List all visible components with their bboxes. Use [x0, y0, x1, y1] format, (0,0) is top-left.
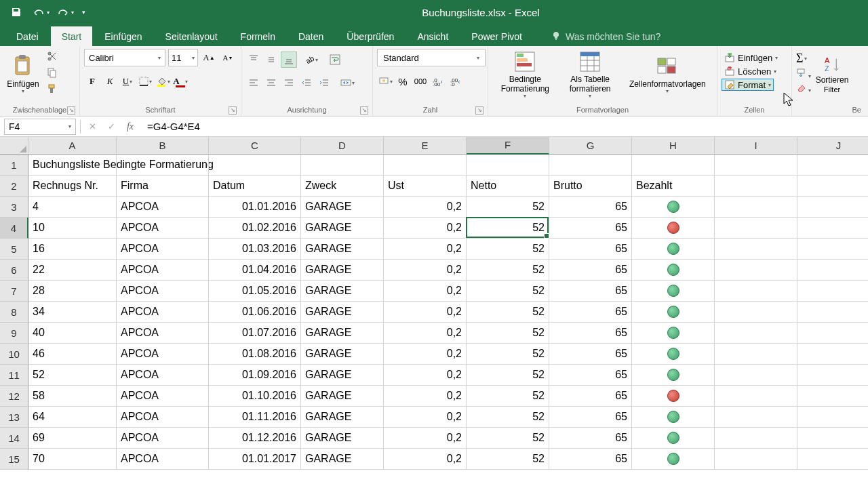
header-cell[interactable]: Firma: [117, 176, 209, 197]
col-header-A[interactable]: A: [28, 137, 117, 155]
cell[interactable]: 01.10.2016: [209, 386, 301, 407]
align-bottom-button[interactable]: [281, 52, 297, 68]
cell[interactable]: 34: [28, 302, 117, 323]
cell[interactable]: 22: [28, 260, 117, 281]
cancel-formula-button[interactable]: ✕: [85, 119, 100, 134]
cell[interactable]: 0,2: [384, 323, 467, 344]
cell[interactable]: GARAGE: [301, 281, 384, 302]
cell[interactable]: [797, 197, 868, 218]
cell[interactable]: [467, 155, 549, 176]
row-header[interactable]: 14: [0, 428, 28, 449]
cell[interactable]: 65: [549, 365, 632, 386]
header-cell[interactable]: Ust: [384, 176, 467, 197]
col-header-H[interactable]: H: [632, 137, 715, 155]
column-headers[interactable]: ABCDEFGHIJ: [28, 137, 868, 155]
cell[interactable]: [301, 155, 384, 176]
cell[interactable]: APCOA: [117, 302, 209, 323]
cell[interactable]: 52: [467, 386, 549, 407]
cell[interactable]: 65: [549, 302, 632, 323]
col-header-F[interactable]: F: [467, 137, 549, 155]
cell[interactable]: APCOA: [117, 344, 209, 365]
cell[interactable]: GARAGE: [301, 197, 384, 218]
cell[interactable]: 52: [467, 407, 549, 428]
row-header[interactable]: 5: [0, 239, 28, 260]
cell[interactable]: [384, 155, 467, 176]
increase-font-button[interactable]: A▲: [201, 49, 217, 66]
cell[interactable]: Buchungsliste Bedingte Formatierung: [28, 155, 117, 176]
cell[interactable]: GARAGE: [301, 428, 384, 449]
cell[interactable]: 0,2: [384, 218, 467, 239]
cell[interactable]: GARAGE: [301, 449, 384, 470]
dialog-launcher-icon[interactable]: ↘: [360, 106, 368, 115]
tab-powerpivot[interactable]: Power Pivot: [460, 26, 533, 46]
cell[interactable]: [715, 260, 797, 281]
cell[interactable]: 0,2: [384, 302, 467, 323]
cell[interactable]: 0,2: [384, 407, 467, 428]
row-header[interactable]: 12: [0, 386, 28, 407]
tab-ansicht[interactable]: Ansicht: [406, 26, 459, 46]
cell[interactable]: [632, 260, 715, 281]
cell[interactable]: 0,2: [384, 449, 467, 470]
tab-ueberpruefen[interactable]: Überprüfen: [336, 26, 405, 46]
cell[interactable]: APCOA: [117, 197, 209, 218]
cell[interactable]: 0,2: [384, 428, 467, 449]
cell[interactable]: [797, 323, 868, 344]
col-header-D[interactable]: D: [301, 137, 384, 155]
header-cell[interactable]: Zweck: [301, 176, 384, 197]
copy-button[interactable]: [45, 65, 60, 80]
col-header-J[interactable]: J: [797, 137, 868, 155]
cell[interactable]: 65: [549, 428, 632, 449]
decrease-indent-button[interactable]: [298, 75, 315, 91]
cell[interactable]: [632, 155, 715, 176]
row-header[interactable]: 1: [0, 155, 28, 176]
fill-color-button[interactable]: ▾: [155, 73, 171, 89]
row-header[interactable]: 13: [0, 407, 28, 428]
align-middle-button[interactable]: [263, 52, 279, 68]
header-cell[interactable]: [715, 176, 797, 197]
header-cell[interactable]: Bezahlt: [632, 176, 715, 197]
row-header[interactable]: 2: [0, 176, 28, 197]
format-painter-button[interactable]: [45, 81, 60, 96]
decrease-font-button[interactable]: A▼: [220, 49, 236, 66]
formula-input[interactable]: =G4-G4*E4: [142, 119, 868, 134]
cell[interactable]: [797, 449, 868, 470]
cell[interactable]: [632, 386, 715, 407]
cell[interactable]: 65: [549, 260, 632, 281]
cell[interactable]: 70: [28, 449, 117, 470]
row-header[interactable]: 6: [0, 260, 28, 281]
row-header[interactable]: 11: [0, 365, 28, 386]
cell[interactable]: 52: [467, 365, 549, 386]
cell[interactable]: 52: [467, 281, 549, 302]
cell[interactable]: [715, 239, 797, 260]
dialog-launcher-icon[interactable]: ↘: [229, 106, 237, 115]
cell[interactable]: APCOA: [117, 407, 209, 428]
cell[interactable]: [797, 239, 868, 260]
cell[interactable]: 52: [467, 239, 549, 260]
cell[interactable]: GARAGE: [301, 365, 384, 386]
cell[interactable]: [797, 155, 868, 176]
header-cell[interactable]: Rechnugs Nr.: [28, 176, 117, 197]
cell[interactable]: 40: [28, 323, 117, 344]
conditional-formatting-button[interactable]: Bedingte Formatierung▾: [492, 49, 558, 100]
cell[interactable]: 01.09.2016: [209, 365, 301, 386]
align-center-button[interactable]: [263, 75, 279, 91]
cell[interactable]: 52: [467, 260, 549, 281]
bold-button[interactable]: F: [84, 73, 100, 89]
tab-start[interactable]: Start: [51, 26, 93, 46]
cell[interactable]: 58: [28, 386, 117, 407]
cell[interactable]: 65: [549, 344, 632, 365]
cell[interactable]: 0,2: [384, 260, 467, 281]
cell[interactable]: [632, 344, 715, 365]
cell[interactable]: 52: [467, 302, 549, 323]
cell[interactable]: GARAGE: [301, 323, 384, 344]
header-cell[interactable]: Netto: [467, 176, 549, 197]
percent-button[interactable]: %: [395, 73, 411, 89]
cell[interactable]: [797, 218, 868, 239]
cell[interactable]: [632, 449, 715, 470]
cell[interactable]: 69: [28, 428, 117, 449]
cell[interactable]: [715, 386, 797, 407]
cell[interactable]: [632, 407, 715, 428]
cell[interactable]: 01.12.2016: [209, 428, 301, 449]
cell[interactable]: [715, 302, 797, 323]
cell[interactable]: 0,2: [384, 344, 467, 365]
